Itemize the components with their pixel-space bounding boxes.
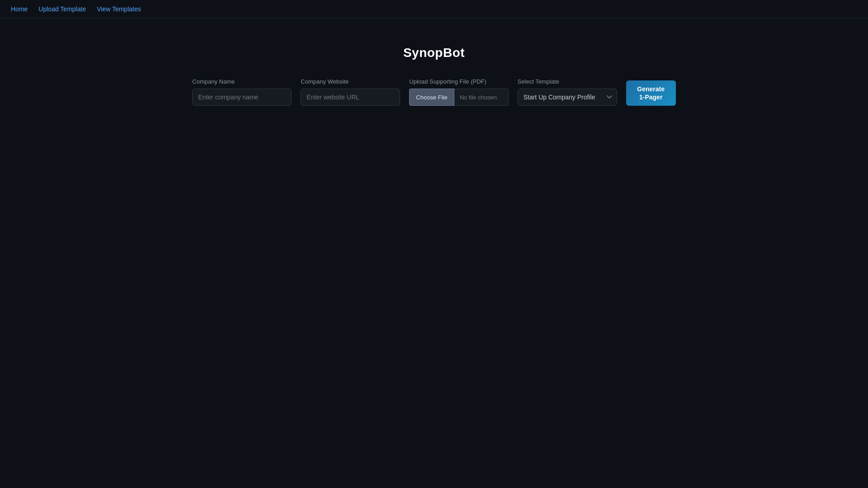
form-row: Company Name Company Website Upload Supp…	[192, 78, 675, 106]
main-content: SynopBot Company Name Company Website Up…	[0, 19, 868, 106]
choose-file-button[interactable]: Choose File	[409, 89, 454, 106]
select-template-group: Select Template Start Up Company Profile	[518, 78, 617, 106]
app-title: SynopBot	[403, 46, 465, 60]
company-name-group: Company Name	[192, 78, 292, 106]
select-template-dropdown[interactable]: Start Up Company Profile	[518, 89, 617, 106]
nav-home[interactable]: Home	[11, 5, 28, 13]
file-upload-wrapper: Choose File No file chosen	[409, 89, 508, 106]
company-website-group: Company Website	[301, 78, 400, 106]
navbar: Home Upload Template View Templates	[0, 0, 868, 19]
upload-file-group: Upload Supporting File (PDF) Choose File…	[409, 78, 508, 106]
nav-upload-template[interactable]: Upload Template	[38, 5, 86, 13]
company-name-input[interactable]	[192, 89, 292, 106]
company-website-input[interactable]	[301, 89, 400, 106]
company-website-label: Company Website	[301, 78, 400, 85]
generate-button[interactable]: Generate 1-Pager	[626, 80, 676, 106]
upload-file-label: Upload Supporting File (PDF)	[409, 78, 508, 85]
no-file-text: No file chosen	[454, 89, 509, 106]
nav-view-templates[interactable]: View Templates	[97, 5, 141, 13]
select-template-label: Select Template	[518, 78, 617, 85]
company-name-label: Company Name	[192, 78, 292, 85]
